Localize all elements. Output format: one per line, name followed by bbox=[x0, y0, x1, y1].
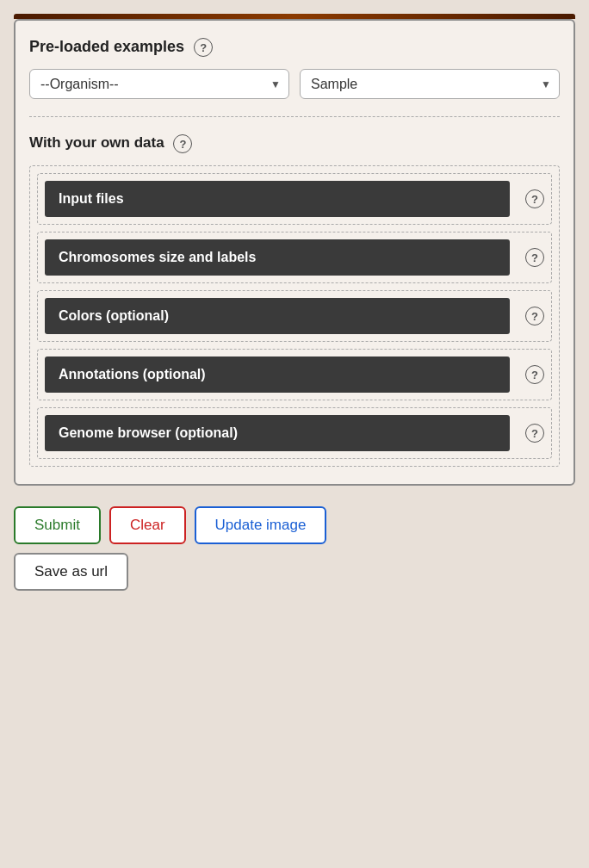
organism-select[interactable]: --Organism-- bbox=[29, 69, 289, 99]
genome-browser-row: Genome browser (optional) ? bbox=[37, 407, 552, 459]
section-divider bbox=[29, 116, 560, 117]
own-data-help-icon[interactable]: ? bbox=[173, 134, 192, 153]
colors-label: Colors (optional) bbox=[59, 308, 169, 323]
input-files-help: ? bbox=[520, 189, 544, 208]
action-buttons: Submit Clear Update image bbox=[14, 506, 575, 544]
genome-browser-help: ? bbox=[520, 424, 544, 443]
colors-help: ? bbox=[520, 307, 544, 326]
chromosomes-help-icon[interactable]: ? bbox=[525, 248, 544, 267]
own-data-title-text: With your own data bbox=[29, 135, 164, 152]
input-files-row: Input files ? bbox=[37, 173, 552, 225]
organism-row: --Organism-- ▼ Sample ▼ bbox=[29, 69, 560, 99]
own-data-section: With your own data ? Input files ? Chrom… bbox=[29, 134, 560, 467]
sections-container: Input files ? Chromosomes size and label… bbox=[29, 165, 560, 467]
colors-help-icon[interactable]: ? bbox=[525, 307, 544, 326]
organism-select-wrapper: --Organism-- ▼ bbox=[29, 69, 289, 99]
input-files-label: Input files bbox=[59, 191, 124, 206]
annotations-help-icon[interactable]: ? bbox=[525, 365, 544, 384]
save-as-url-button[interactable]: Save as url bbox=[14, 553, 128, 591]
preloaded-title-text: Pre-loaded examples bbox=[29, 38, 184, 55]
chromosomes-row: Chromosomes size and labels ? bbox=[37, 232, 552, 283]
annotations-help: ? bbox=[520, 365, 544, 384]
annotations-row: Annotations (optional) ? bbox=[37, 349, 552, 400]
preloaded-title: Pre-loaded examples ? bbox=[29, 38, 560, 57]
input-files-help-icon[interactable]: ? bbox=[525, 189, 544, 208]
submit-button[interactable]: Submit bbox=[14, 506, 101, 544]
chromosomes-help: ? bbox=[520, 248, 544, 267]
genome-browser-help-icon[interactable]: ? bbox=[525, 424, 544, 443]
annotations-label: Annotations (optional) bbox=[59, 367, 206, 381]
genome-browser-bar[interactable]: Genome browser (optional) bbox=[45, 415, 510, 451]
save-url-row: Save as url bbox=[14, 553, 575, 591]
update-image-button[interactable]: Update image bbox=[195, 506, 327, 544]
input-files-bar[interactable]: Input files bbox=[45, 181, 510, 217]
chromosomes-bar[interactable]: Chromosomes size and labels bbox=[45, 239, 510, 276]
preloaded-help-icon[interactable]: ? bbox=[194, 38, 213, 57]
genome-browser-label: Genome browser (optional) bbox=[59, 425, 238, 440]
preloaded-section: Pre-loaded examples ? --Organism-- ▼ Sam… bbox=[29, 38, 560, 99]
sample-select[interactable]: Sample bbox=[300, 69, 560, 99]
sample-select-wrapper: Sample ▼ bbox=[300, 69, 560, 99]
main-panel: Pre-loaded examples ? --Organism-- ▼ Sam… bbox=[14, 19, 575, 486]
clear-button[interactable]: Clear bbox=[109, 506, 186, 544]
chromosomes-label: Chromosomes size and labels bbox=[59, 250, 256, 264]
annotations-bar[interactable]: Annotations (optional) bbox=[45, 356, 510, 393]
colors-bar[interactable]: Colors (optional) bbox=[45, 298, 510, 334]
own-data-title: With your own data ? bbox=[29, 134, 560, 153]
colors-row: Colors (optional) ? bbox=[37, 290, 552, 342]
